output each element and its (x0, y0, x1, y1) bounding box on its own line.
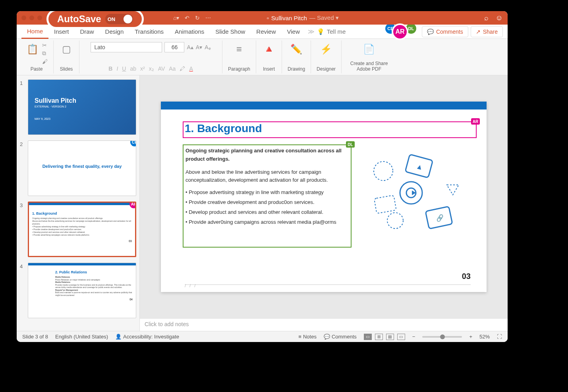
notes-input[interactable]: Click to add notes (140, 318, 508, 331)
svg-rect-8 (374, 195, 396, 213)
designer-icon[interactable]: ⚡ (319, 42, 333, 56)
fit-to-window-icon[interactable]: ⛶ (497, 334, 502, 340)
collaborator-avatars: CE AR DL (388, 23, 416, 40)
slide-para: Above and below the line advertising ser… (185, 168, 348, 185)
copy-icon[interactable]: ⧉ (42, 50, 48, 57)
underline-icon[interactable]: U (122, 65, 126, 72)
slide-number: 3 (20, 202, 25, 257)
new-slide-icon[interactable]: ▢ (59, 42, 73, 56)
subscript-icon[interactable]: x₂ (149, 65, 154, 72)
document-title[interactable]: ▫ Sullivan Pitch — Saved ▾ (267, 14, 338, 21)
selection-badge-ar: AR (471, 118, 480, 125)
slide-thumb-selected[interactable]: AR 1. Background Ongoing strategic plann… (28, 202, 136, 257)
tell-me-search[interactable]: 💡 Tell me (317, 28, 346, 35)
view-normal-icon[interactable]: ▭ (364, 334, 372, 340)
maximize-window-icon[interactable] (37, 15, 42, 20)
share-icon: ↗ (476, 29, 481, 35)
highlight-icon[interactable]: 🖍 (180, 65, 185, 72)
svg-point-10 (387, 213, 403, 229)
bulb-icon: 💡 (317, 28, 325, 35)
slide-canvas[interactable]: AR 1. Background DL Ongoing strategic pl… (161, 102, 487, 292)
view-reading-icon[interactable]: ▤ (386, 334, 394, 340)
thumb-date: MAY 9, 2023 (35, 117, 129, 120)
zoom-level[interactable]: 52% (479, 334, 490, 340)
group-paragraph: ≡ Paragraph (222, 40, 256, 73)
slide-thumb[interactable]: Sullivan Pitch EXTERNAL · VERSION 2 MAY … (28, 79, 136, 135)
adobe-pdf-icon[interactable]: 📄 (362, 42, 376, 56)
thumbnail-3[interactable]: 3 AR 1. Background Ongoing strategic pla… (20, 202, 136, 257)
zoom-out-icon[interactable]: − (412, 334, 415, 340)
paste-icon[interactable]: 📋 (25, 42, 40, 56)
cut-icon[interactable]: ✂ (42, 42, 48, 48)
view-sorter-icon[interactable]: ⊞ (375, 334, 383, 340)
thumbnail-4[interactable]: 4 2. Public Relations Media ReleasesPres… (20, 263, 136, 318)
group-font: A▴ A▾ Aᵩ B I U ab x² x₂ AV Aa 🖍 A (79, 40, 222, 73)
search-icon[interactable]: ⌕ (484, 14, 489, 22)
autosave-label: AutoSave (57, 13, 101, 25)
status-language[interactable]: English (United States) (55, 334, 108, 340)
thumb-text: Delivering the finest quality, every day (28, 141, 136, 169)
slide-thumbnails-panel[interactable]: 1 Sullivan Pitch EXTERNAL · VERSION 2 MA… (17, 75, 140, 331)
case-icon[interactable]: Aa (169, 65, 176, 72)
accessibility-icon: 👤 (115, 334, 122, 340)
font-size-input[interactable] (164, 42, 184, 52)
status-slide[interactable]: Slide 3 of 8 (22, 334, 48, 340)
format-painter-icon[interactable]: 🖌 (42, 58, 48, 65)
thumbnail-2[interactable]: 2 CE Delivering the finest quality, ever… (20, 140, 136, 196)
doc-name: Sullivan Pitch (271, 15, 307, 21)
tab-review[interactable]: Review (251, 25, 281, 38)
thumbnail-1[interactable]: 1 Sullivan Pitch EXTERNAL · VERSION 2 MA… (20, 79, 136, 135)
tab-home[interactable]: Home (21, 25, 48, 39)
share-label: Share (483, 29, 498, 35)
spacing-icon[interactable]: AV (158, 65, 165, 72)
autosave-control[interactable]: AutoSave ON (46, 11, 144, 29)
doc-status: — Saved ▾ (309, 14, 339, 21)
quick-access: ⌂▾ ↶ ↻ ⋯ (173, 15, 211, 21)
thumb-title: 2. Public Relations (55, 270, 133, 274)
font-color-icon[interactable]: A (189, 65, 193, 72)
zoom-in-icon[interactable]: + (469, 334, 472, 340)
strike-icon[interactable]: ab (130, 65, 136, 72)
ribbon-home: 📋 ✂ ⧉ 🖌 Paste ▢ Slides A▴ A▾ Aᵩ B (17, 39, 508, 75)
tab-view[interactable]: View (282, 25, 305, 38)
status-accessibility[interactable]: 👤 Accessibility: Investigate (115, 334, 179, 340)
italic-icon[interactable]: I (116, 65, 118, 72)
font-name-select[interactable] (91, 42, 162, 52)
canvas-wrap[interactable]: AR 1. Background DL Ongoing strategic pl… (140, 75, 508, 318)
increase-font-icon[interactable]: A▴ (187, 44, 193, 50)
autosave-toggle[interactable]: ON (105, 14, 133, 24)
status-comments[interactable]: 💬 Comments (324, 334, 357, 340)
superscript-icon[interactable]: x² (140, 65, 145, 72)
app-window: AutoSave ON ⌂▾ ↶ ↻ ⋯ ▫ Sullivan Pitch — … (17, 11, 508, 342)
avatar-ar[interactable]: AR (392, 23, 408, 40)
home-icon[interactable]: ⌂▾ (173, 15, 179, 21)
status-notes[interactable]: ≡ Notes (298, 334, 317, 340)
adobe-label: Create and Share Adobe PDF (347, 61, 391, 72)
zoom-slider[interactable] (422, 336, 462, 338)
paragraph-icon[interactable]: ≡ (232, 42, 246, 56)
tab-overflow-icon[interactable]: ≫ (308, 28, 315, 35)
tab-animations[interactable]: Animations (169, 25, 210, 38)
group-clipboard: 📋 ✂ ⧉ 🖌 Paste (20, 40, 54, 73)
minimize-window-icon[interactable] (29, 15, 34, 20)
account-icon[interactable]: ☺ (496, 14, 503, 22)
bold-icon[interactable]: B (108, 65, 112, 72)
share-button[interactable]: ↗ Share (471, 26, 503, 37)
decrease-font-icon[interactable]: A▾ (196, 44, 202, 50)
insert-shape-icon[interactable]: 🔺 (262, 42, 276, 56)
slide-title-text[interactable]: 1. Background (185, 122, 262, 135)
more-icon[interactable]: ⋯ (205, 15, 211, 21)
tab-slideshow[interactable]: Slide Show (210, 25, 251, 38)
undo-icon[interactable]: ↶ (185, 15, 189, 21)
slide-thumb[interactable]: 2. Public Relations Media ReleasesPress … (28, 263, 136, 318)
clear-format-icon[interactable]: Aᵩ (205, 44, 211, 50)
slides-label: Slides (60, 66, 73, 72)
view-slideshow-icon[interactable]: ▭ (397, 334, 405, 340)
drawing-icon[interactable]: ✏️ (289, 42, 303, 56)
thumb-page: 04 (31, 298, 133, 301)
slide-thumb[interactable]: CE Delivering the finest quality, every … (28, 140, 136, 196)
slide-body-text[interactable]: Ongoing strategic planning and creative … (185, 147, 348, 228)
close-window-icon[interactable] (21, 15, 26, 20)
redo-icon[interactable]: ↻ (195, 15, 200, 21)
comments-button[interactable]: 💬 Comments (422, 26, 468, 37)
